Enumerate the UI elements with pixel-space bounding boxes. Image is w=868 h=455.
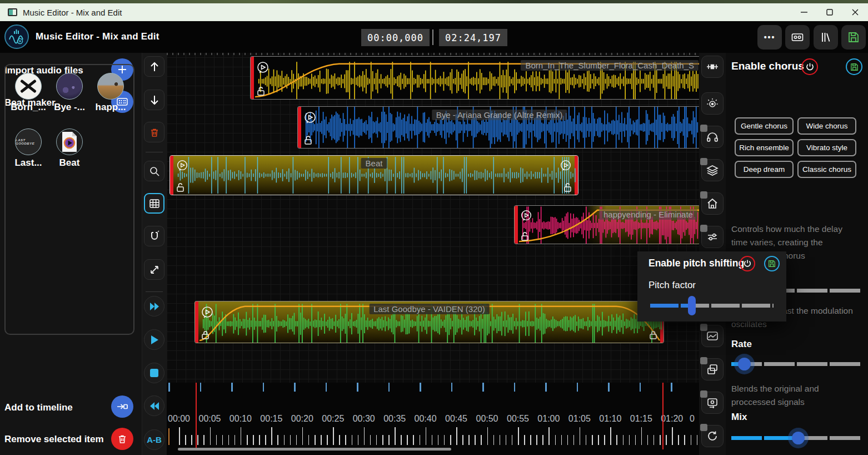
file-item-bye[interactable]: Bye -... — [49, 73, 90, 126]
chorus-power-button[interactable] — [801, 58, 818, 75]
mix-slider[interactable] — [731, 436, 862, 440]
home-effect-button[interactable] — [701, 192, 724, 215]
preset-classic-chorus[interactable]: Classic chorus — [797, 161, 856, 178]
clip-play-icon[interactable] — [176, 159, 189, 172]
clip-lock-icon[interactable] — [256, 86, 266, 96]
equalizer-effect-button[interactable] — [701, 226, 724, 248]
refresh-effect-button[interactable] — [701, 425, 724, 447]
playhead-marker-b[interactable] — [662, 383, 664, 449]
rate-slider[interactable] — [731, 362, 862, 366]
chorus-save-button[interactable] — [846, 58, 862, 75]
library-button[interactable] — [814, 25, 838, 50]
ruler-time-label: 00:40 — [415, 414, 437, 424]
maximize-button[interactable] — [817, 3, 842, 21]
file-item-happyending[interactable]: happ... — [90, 73, 131, 126]
home-icon — [706, 197, 719, 210]
clip-play-icon[interactable] — [303, 111, 317, 125]
clip-play-icon[interactable] — [200, 305, 214, 320]
move-down-button[interactable] — [144, 90, 164, 110]
ruler-tick — [247, 435, 248, 445]
file-item-born[interactable]: Born_... — [8, 73, 49, 126]
file-item-last-goodbye[interactable]: LAST GOODBYE Last... — [8, 128, 49, 182]
minimize-button[interactable] — [791, 3, 817, 21]
file-item-beat[interactable]: Beat — [49, 128, 90, 182]
expand-tool-button[interactable] — [144, 259, 164, 280]
ruler-tick — [271, 427, 272, 445]
clip-happyending[interactable]: happyending - Eliminate — [514, 205, 699, 244]
clip-lock-icon[interactable] — [201, 330, 210, 339]
media-rotate-effect-button[interactable] — [701, 392, 724, 414]
clip-play-icon[interactable] — [256, 61, 270, 75]
pitch-factor-thumb[interactable] — [688, 296, 696, 315]
ruler-tick — [191, 435, 192, 445]
ruler[interactable]: 00:0000:0500:1000:1500:2000:2500:3000:35… — [167, 383, 699, 455]
ruler-tick — [672, 427, 673, 445]
clip-lock-icon[interactable] — [176, 182, 185, 192]
preset-vibrato-style[interactable]: Vibrato style — [797, 139, 856, 156]
playhead-marker-a[interactable] — [196, 383, 197, 449]
save-project-button[interactable] — [841, 25, 866, 50]
envelope-icon — [706, 329, 719, 343]
ruler-tick — [524, 435, 525, 445]
media-rotate-icon — [706, 396, 719, 409]
preset-deep-dream[interactable]: Deep dream — [735, 161, 794, 178]
clip-born-in-the-slumber[interactable]: Born_In_The_Slumber_Flora_Cash_Death_S — [250, 56, 699, 100]
ruler-tick — [518, 427, 519, 445]
pitch-factor-slider[interactable] — [650, 304, 774, 308]
ruler-tick — [185, 435, 186, 445]
layers-effect-button[interactable] — [701, 159, 724, 181]
ruler-tick — [197, 435, 198, 445]
add-to-timeline-button[interactable] — [111, 395, 133, 418]
recorder-button[interactable] — [785, 25, 810, 50]
mix-slider-thumb[interactable] — [788, 428, 809, 448]
more-button[interactable]: ••• — [757, 25, 782, 50]
ruler-tick — [179, 427, 180, 445]
stop-button[interactable] — [144, 363, 164, 383]
ruler-time-label: 00:00 — [168, 414, 190, 424]
remove-selected-label: Remove selected item — [4, 434, 104, 445]
preset-gentle-chorus[interactable]: Gentle chorus — [735, 117, 794, 135]
clip-beat[interactable]: Beat — [169, 155, 578, 195]
trim-tool-button[interactable] — [701, 56, 724, 78]
modulation-tool-button[interactable] — [701, 92, 724, 115]
ruler-time-label: 00:15 — [260, 414, 282, 424]
clip-play-icon-right[interactable] — [559, 159, 572, 172]
preset-rich-ensemble[interactable]: Rich ensemble — [735, 139, 794, 156]
ruler-tick — [327, 435, 328, 445]
ruler-tick — [222, 435, 223, 445]
magnet-tool-button[interactable] — [144, 226, 164, 246]
loop-tick — [168, 383, 170, 392]
clip-lock-icon-right[interactable] — [563, 182, 572, 192]
move-up-button[interactable] — [144, 56, 164, 77]
horizontal-scrollbar[interactable] — [178, 448, 451, 451]
clip-lock-icon[interactable] — [520, 231, 530, 241]
preset-wide-chorus[interactable]: Wide chorus — [797, 117, 856, 135]
pitch-save-button[interactable] — [764, 256, 780, 271]
ruler-tick — [364, 427, 365, 445]
pitch-power-button[interactable] — [740, 256, 755, 271]
grid-tool-button[interactable] — [144, 193, 164, 214]
remove-selected-button[interactable] — [111, 428, 133, 450]
ruler-tick — [308, 435, 310, 445]
rewind-button[interactable] — [144, 395, 164, 416]
clip-play-icon[interactable] — [520, 209, 533, 222]
clip-last-goodbye[interactable]: Last Goodbye - VAIDEN (320) — [194, 301, 664, 343]
zoom-tool-button[interactable] — [144, 161, 164, 181]
play-button[interactable] — [144, 329, 164, 350]
ab-loop-button[interactable]: A-B — [144, 429, 164, 450]
ruler-time-label: 00:20 — [291, 414, 313, 424]
headphones-effect-button[interactable] — [701, 126, 724, 148]
timeline-area[interactable]: Born_In_The_Slumber_Flora_Cash_Death_S B… — [167, 53, 699, 455]
fast-forward-button[interactable] — [144, 296, 164, 316]
duplicate-effect-button[interactable] — [701, 358, 724, 380]
close-button[interactable] — [842, 3, 868, 21]
ruler-time-label: 00:25 — [322, 414, 344, 424]
envelope-effect-button[interactable] — [701, 325, 724, 347]
loop-tick — [294, 383, 296, 392]
clip-lock-icon-right[interactable] — [648, 330, 658, 339]
delete-clip-button[interactable] — [144, 122, 164, 142]
ruler-tick — [456, 427, 457, 445]
clip-lock-icon[interactable] — [303, 135, 313, 145]
rate-slider-thumb[interactable] — [734, 354, 755, 374]
clip-bye-ariana-grande[interactable]: Bye - Ariana Grande (Altre Remix) — [297, 106, 699, 149]
